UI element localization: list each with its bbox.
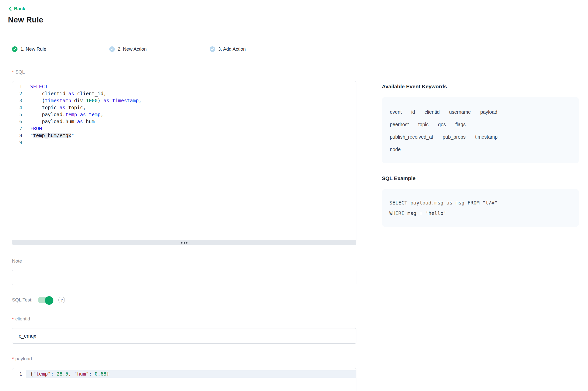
event-keyword: pub_props [442, 134, 465, 140]
step-add-action[interactable]: 3. Add Action [210, 46, 246, 52]
payload-code-editor[interactable]: 1{"temp": 28.5, "hum": 0.68} [12, 368, 356, 391]
keyword-row: peerhosttopicqosflags [390, 118, 571, 131]
step-connector [153, 49, 203, 49]
code-line[interactable]: 9 [12, 139, 356, 146]
event-keyword: peerhost [390, 122, 409, 127]
code-content: SELECT [26, 83, 356, 90]
line-number: 1 [12, 83, 26, 90]
code-content: "temp_hum/emqx" [26, 132, 356, 139]
step-label: 1. New Rule [20, 46, 46, 52]
line-number: 9 [12, 139, 26, 146]
clientid-field-label: *clientid [12, 316, 30, 322]
question-mark-icon[interactable]: ? [58, 297, 65, 303]
required-asterisk: * [12, 69, 14, 75]
sql-test-toggle[interactable] [38, 297, 53, 303]
sql-field-label: *SQL [12, 69, 25, 75]
step-label: 2. New Action [118, 46, 147, 52]
event-keyword: publish_received_at [390, 134, 433, 140]
line-number: 5 [12, 111, 26, 118]
keyword-row: publish_received_atpub_propstimestamp [390, 131, 571, 143]
event-keyword: flags [455, 122, 466, 127]
sql-test-row: SQL Test: ? [12, 297, 65, 303]
line-number: 1 [12, 370, 26, 378]
sql-example-line: WHERE msg = 'hello' [389, 208, 572, 218]
event-keyword: node [390, 147, 401, 152]
check-circle-icon [210, 46, 215, 52]
line-number: 7 [12, 125, 26, 132]
back-label: Back [14, 6, 25, 11]
sql-example-title: SQL Example [382, 175, 579, 181]
code-line[interactable]: 8"temp_hum/emqx" [12, 132, 356, 139]
available-event-keywords-title: Available Event Keywords [382, 84, 579, 90]
event-keyword: payload [480, 109, 497, 115]
required-asterisk: * [12, 316, 14, 321]
code-line[interactable]: 2 clientid as client_id, [12, 90, 356, 97]
step-label: 3. Add Action [218, 46, 246, 52]
event-keyword: username [449, 109, 471, 115]
code-content: payload.temp as temp, [26, 111, 356, 118]
event-keyword: id [411, 109, 415, 115]
step-new-action[interactable]: 2. New Action [109, 46, 147, 52]
sql-code-editor[interactable]: 1SELECT2 clientid as client_id,3 (timest… [12, 81, 356, 240]
ellipsis-dots-icon [186, 242, 187, 244]
chevron-left-icon [8, 6, 12, 11]
code-content: (timestamp div 1000) as timestamp, [26, 97, 356, 104]
clientid-input[interactable] [12, 328, 356, 344]
event-keyword: timestamp [475, 134, 498, 140]
note-input[interactable] [12, 270, 356, 285]
back-button[interactable]: Back [8, 6, 25, 11]
sql-example-line: SELECT payload.msg as msg FROM "t/#" [389, 197, 572, 208]
check-circle-icon [12, 46, 17, 52]
check-circle-icon [109, 46, 115, 52]
code-content: FROM [26, 125, 356, 132]
sql-test-label: SQL Test: [12, 297, 32, 303]
line-number: 6 [12, 118, 26, 125]
step-new-rule[interactable]: 1. New Rule [12, 46, 46, 52]
code-line[interactable]: 6 payload.hum as hum [12, 118, 356, 125]
editor-resize-handle[interactable] [12, 240, 356, 245]
line-number: 8 [12, 132, 26, 139]
code-content: clientid as client_id, [26, 90, 356, 97]
code-line[interactable]: 1{"temp": 28.5, "hum": 0.68} [12, 370, 356, 378]
line-number: 2 [12, 90, 26, 97]
keyword-row: eventidclientidusernamepayload [390, 106, 571, 118]
ellipsis-dots-icon [181, 242, 182, 244]
right-panel: Available Event Keywords eventidclientid… [382, 84, 579, 227]
event-keyword: event [390, 109, 402, 115]
line-number: 4 [12, 104, 26, 111]
event-keywords-box: eventidclientidusernamepayloadpeerhostto… [382, 97, 579, 163]
keyword-row: node [390, 143, 571, 156]
code-content: topic as topic, [26, 104, 356, 111]
sql-example-box: SELECT payload.msg as msg FROM "t/#"WHER… [382, 189, 579, 227]
event-keyword: topic [418, 122, 429, 127]
payload-field-label: *payload [12, 356, 32, 362]
wizard-steps: 1. New Rule 2. New Action 3. Add Action [12, 46, 246, 52]
line-number: 3 [12, 97, 26, 104]
note-field-label: Note [12, 258, 22, 264]
ellipsis-dots-icon [184, 242, 185, 244]
code-line[interactable]: 7FROM [12, 125, 356, 132]
code-content: payload.hum as hum [26, 118, 356, 125]
code-line[interactable]: 3 (timestamp div 1000) as timestamp, [12, 97, 356, 104]
code-content [26, 139, 356, 146]
event-keyword: clientid [425, 109, 440, 115]
page-title: New Rule [8, 15, 43, 24]
code-line[interactable]: 1SELECT [12, 83, 356, 90]
code-line[interactable]: 4 topic as topic, [12, 104, 356, 111]
toggle-knob [45, 296, 53, 305]
step-connector [53, 49, 103, 49]
new-rule-page: Back New Rule 1. New Rule 2. New Action … [0, 0, 588, 391]
event-keyword: qos [438, 122, 446, 127]
required-asterisk: * [12, 356, 14, 361]
code-content: {"temp": 28.5, "hum": 0.68} [26, 370, 356, 378]
code-line[interactable]: 5 payload.temp as temp, [12, 111, 356, 118]
